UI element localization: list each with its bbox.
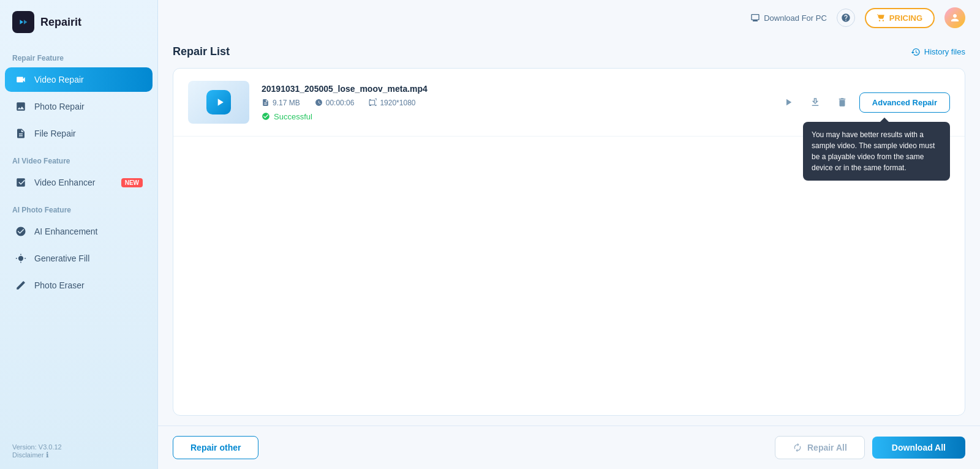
video-repair-icon <box>15 73 27 86</box>
repair-all-label: Repair All <box>807 443 847 452</box>
photo-eraser-icon <box>15 279 27 291</box>
repair-item-actions: Advanced Repair You may have better resu… <box>778 92 950 113</box>
advanced-repair-label: Advanced Repair <box>872 98 937 107</box>
video-enhancer-icon <box>15 176 27 189</box>
repair-item: 20191031_205005_lose_moov_meta.mp4 9.17 … <box>173 69 965 137</box>
pricing-label: PRICING <box>889 13 922 23</box>
sidebar-item-photo-repair[interactable]: Photo Repair <box>5 94 153 119</box>
sidebar-item-video-repair-label: Video Repair <box>34 75 84 84</box>
file-size-icon <box>262 99 270 107</box>
delete-action-button[interactable] <box>832 92 852 112</box>
repair-all-icon <box>793 443 802 452</box>
help-icon <box>841 13 851 23</box>
sidebar-item-generative-fill-label: Generative Fill <box>34 253 89 263</box>
status-text: Successful <box>274 112 312 121</box>
download-for-pc-link[interactable]: Download For PC <box>750 13 827 23</box>
download-all-label: Download All <box>892 443 946 452</box>
sidebar: Repairit Repair Feature Video Repair Pho… <box>0 0 158 469</box>
tooltip-text: You may have better results with a sampl… <box>812 130 935 172</box>
history-files-label: History files <box>924 47 965 56</box>
download-action-button[interactable] <box>805 92 825 112</box>
history-icon <box>911 47 921 57</box>
sidebar-logo: Repairit <box>0 0 157 44</box>
new-badge-video-enhancer: NEW <box>121 178 143 187</box>
file-size-value: 9.17 MB <box>273 99 300 107</box>
app-name: Repairit <box>40 16 81 29</box>
sidebar-item-generative-fill[interactable]: Generative Fill <box>5 246 153 271</box>
history-files-link[interactable]: History files <box>911 47 965 57</box>
version-label: Version: V3.0.12 <box>12 443 145 451</box>
play-thumb-icon <box>206 90 231 114</box>
user-avatar[interactable] <box>944 7 965 28</box>
tooltip-box: You may have better results with a sampl… <box>803 122 950 181</box>
disclaimer-link[interactable]: Disclaimer ℹ <box>12 451 145 459</box>
repair-other-button[interactable]: Repair other <box>173 436 258 459</box>
content-header: Repair List History files <box>173 45 965 58</box>
repair-item-meta: 9.17 MB 00:00:06 1920*1080 <box>262 99 766 107</box>
advanced-repair-button[interactable]: Advanced Repair <box>859 92 950 113</box>
repair-feature-label: Repair Feature <box>0 44 157 66</box>
sidebar-item-video-enhancer[interactable]: Video Enhancer NEW <box>5 170 153 195</box>
monitor-icon <box>750 13 760 23</box>
info-icon: ℹ <box>46 451 49 459</box>
sidebar-footer: Version: V3.0.12 Disclaimer ℹ <box>0 433 157 469</box>
repair-item-info: 20191031_205005_lose_moov_meta.mp4 9.17 … <box>262 84 766 121</box>
help-button[interactable] <box>837 9 855 27</box>
ai-video-feature-label: AI Video Feature <box>0 147 157 169</box>
sidebar-item-photo-eraser-label: Photo Eraser <box>34 280 85 290</box>
cart-icon <box>877 13 886 22</box>
app-logo-icon <box>12 11 34 33</box>
duration-meta: 00:00:06 <box>315 99 355 107</box>
repair-all-button[interactable]: Repair All <box>775 436 865 459</box>
disclaimer-text: Disclaimer <box>12 451 43 459</box>
sidebar-item-photo-repair-label: Photo Repair <box>34 102 85 111</box>
download-for-pc-label: Download For PC <box>764 13 827 23</box>
sidebar-item-file-repair-label: File Repair <box>34 129 76 138</box>
sidebar-item-video-enhancer-label: Video Enhancer <box>34 178 95 187</box>
ai-enhancement-icon <box>15 225 27 238</box>
sidebar-item-photo-eraser[interactable]: Photo Eraser <box>5 273 153 298</box>
topbar: Download For PC PRICING <box>158 0 980 36</box>
ai-photo-feature-label: AI Photo Feature <box>0 196 157 218</box>
success-icon <box>262 112 270 121</box>
video-thumbnail <box>188 81 249 124</box>
duration-icon <box>315 99 323 107</box>
sidebar-item-ai-enhancement-label: AI Enhancement <box>34 227 98 236</box>
sidebar-item-video-repair[interactable]: Video Repair <box>5 67 153 92</box>
page-title: Repair List <box>173 45 230 58</box>
pricing-button[interactable]: PRICING <box>865 8 935 28</box>
file-size-meta: 9.17 MB <box>262 99 300 107</box>
avatar-icon <box>949 12 960 23</box>
content-area: Repair List History files 20191031_20500… <box>158 36 980 426</box>
photo-repair-icon <box>15 100 27 113</box>
resolution-meta: 1920*1080 <box>369 99 415 107</box>
repair-item-status: Successful <box>262 112 766 121</box>
repair-list-card: 20191031_205005_lose_moov_meta.mp4 9.17 … <box>173 68 965 416</box>
download-all-button[interactable]: Download All <box>872 437 965 459</box>
file-repair-icon <box>15 127 27 140</box>
play-action-button[interactable] <box>778 92 798 112</box>
sidebar-item-file-repair[interactable]: File Repair <box>5 121 153 146</box>
duration-value: 00:00:06 <box>326 99 355 107</box>
resolution-icon <box>369 99 377 107</box>
resolution-value: 1920*1080 <box>380 99 415 107</box>
bottom-right-actions: Repair All Download All <box>775 436 965 459</box>
main-content: Download For PC PRICING Repair List Hist… <box>158 0 980 469</box>
generative-fill-icon <box>15 252 27 265</box>
repair-item-filename: 20191031_205005_lose_moov_meta.mp4 <box>262 84 766 94</box>
bottom-bar: Repair other Repair All Download All <box>158 426 980 469</box>
sidebar-item-ai-enhancement[interactable]: AI Enhancement <box>5 219 153 244</box>
repair-other-label: Repair other <box>190 443 241 452</box>
